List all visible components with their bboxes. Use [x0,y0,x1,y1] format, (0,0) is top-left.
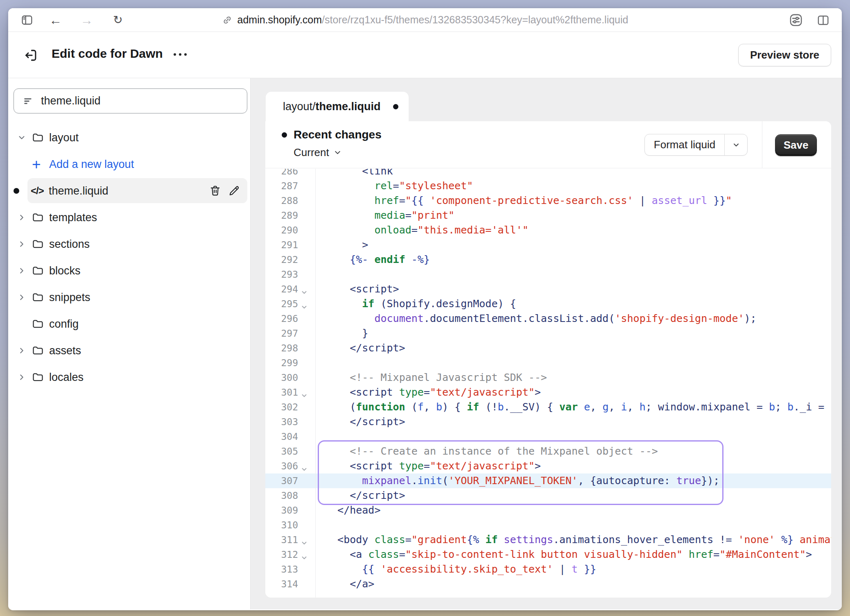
chevron-right-icon[interactable] [17,346,26,355]
address-bar[interactable]: admin.shopify.com/store/rzq1xu-f5/themes… [222,14,628,26]
fold-spacer [301,197,313,205]
code-line[interactable]: 302 (function (f, b) { if (!b.__SV) { va… [265,400,831,414]
code-line[interactable]: 312 <a class="skip-to-content-link butto… [265,547,831,562]
split-view-icon[interactable] [814,8,832,32]
code-line[interactable]: 295 if (Shopify.designMode) { [265,297,831,311]
code-line[interactable]: 310 [265,518,831,532]
file-search-input[interactable]: theme.liquid [14,88,247,113]
code-text: </script> [325,341,831,356]
line-number: 313 [265,562,298,577]
code-text: media="print" [325,208,831,223]
code-line[interactable]: 307 mixpanel.init('YOUR_MIXPANEL_TOKEN',… [265,473,831,488]
code-line[interactable]: 297 } [265,326,831,341]
code-line[interactable]: 311 <body class="gradient{% if settings.… [265,532,831,547]
fold-toggle-icon[interactable] [301,285,313,294]
fold-toggle-icon[interactable] [301,300,313,308]
sidebar-folder-blocks[interactable]: blocks [8,257,250,284]
preview-store-button[interactable]: Preview store [738,44,831,66]
tab-theme-liquid[interactable]: layout/theme.liquid [266,92,409,122]
sidebar-folder-templates[interactable]: templates [8,204,250,231]
rename-file-icon[interactable] [228,184,240,197]
code-line[interactable]: 287 rel="stylesheet" [265,179,831,193]
reload-button-icon[interactable]: ↻ [109,8,127,32]
line-number: 298 [265,341,298,356]
code-line[interactable]: 301 <script type="text/javascript"> [265,385,831,400]
folder-label: snippets [49,291,90,303]
exit-editor-icon[interactable] [23,48,38,63]
sidebar-folder-snippets[interactable]: snippets [8,284,250,310]
code-line[interactable]: 288 href="{{ 'component-predictive-searc… [265,193,831,208]
line-number: 312 [265,547,298,562]
chevron-right-icon[interactable] [17,373,26,382]
code-text: mixpanel.init('YOUR_MIXPANEL_TOKEN', {au… [325,473,831,488]
code-line[interactable]: 303 </script> [265,414,831,429]
code-text: {%- endif -%} [325,252,831,267]
code-line[interactable]: 313 {{ 'accessibility.skip_to_text' | t … [265,562,831,577]
file-tree: layout+Add a new layout</>theme.liquidte… [8,124,250,390]
code-line[interactable]: 296 document.documentElement.classList.a… [265,311,831,326]
sidebar-folder-layout[interactable]: layout [8,124,250,151]
format-liquid-button[interactable]: Format liquid [644,134,748,156]
folder-icon [32,211,44,224]
code-text: if (Shopify.designMode) { [325,297,831,311]
code-text: onload="this.media='all'" [325,223,831,238]
format-liquid-dropdown[interactable] [724,134,747,155]
folder-label: config [49,317,79,330]
sidebar-folder-locales[interactable]: locales [8,364,250,390]
fold-toggle-icon[interactable] [301,389,313,397]
version-selector[interactable]: Current [294,146,382,159]
code-line[interactable]: 299 [265,356,831,370]
fold-spacer [301,521,313,530]
code-line[interactable]: 298 </script> [265,341,831,356]
code-line[interactable]: 308 </script> [265,488,831,503]
fold-spacer [301,256,313,264]
chevron-right-icon[interactable] [17,266,26,275]
fold-spacer [301,315,313,323]
browser-sidebar-toggle-icon[interactable] [18,8,36,32]
fold-spacer [301,344,313,353]
page-settings-icon[interactable] [786,8,806,32]
selected-file-row[interactable]: </>theme.liquid [27,178,247,203]
browser-toolbar: ← → ↻ admin.shopify.com/store/rzq1xu-f5/… [8,8,842,32]
code-line[interactable]: 291 > [265,238,831,252]
code-text: document.documentElement.classList.add('… [325,311,831,326]
code-line[interactable]: 293 [265,267,831,282]
code-line[interactable]: 290 onload="this.media='all'" [265,223,831,238]
back-button-icon[interactable]: ← [47,8,65,32]
code-text: rel="stylesheet" [325,179,831,193]
fold-toggle-icon[interactable] [301,551,313,559]
fold-spacer [301,477,313,485]
plus-icon: + [32,156,41,172]
code-line[interactable]: 305 <!-- Create an instance of the Mixpa… [265,444,831,459]
sidebar-folder-config[interactable]: config [8,310,250,337]
chevron-right-icon[interactable] [17,213,26,222]
folder-icon [32,291,44,303]
code-line[interactable]: 304 [265,429,831,444]
code-line[interactable]: 294 <script> [265,282,831,297]
code-line[interactable]: 314 </a> [265,577,831,591]
code-line[interactable]: 289 media="print" [265,208,831,223]
fold-spacer [301,241,313,249]
chevron-right-icon[interactable] [17,293,26,302]
code-line[interactable]: 300 <!-- Mixpanel Javascript SDK --> [265,370,831,385]
code-text: </a> [325,577,831,591]
save-button[interactable]: Save [775,134,817,156]
chevron-down-icon[interactable] [17,133,26,142]
add-new-layout-button[interactable]: +Add a new layout [8,151,250,177]
code-line[interactable]: 306 <script type="text/javascript"> [265,459,831,473]
line-number: 292 [265,252,298,267]
fold-toggle-icon[interactable] [301,536,313,544]
file-browser-sidebar: theme.liquid layout+Add a new layout</>t… [8,78,251,609]
delete-file-icon[interactable] [209,184,222,197]
sidebar-folder-assets[interactable]: assets [8,337,250,364]
code-line[interactable]: 292 {%- endif -%} [265,252,831,267]
line-number: 288 [265,193,298,208]
code-line[interactable]: 286 <link [265,169,831,179]
code-line[interactable]: 309 </head> [265,503,831,518]
forward-button-icon[interactable]: → [78,8,96,32]
more-options-icon[interactable] [174,53,187,56]
sidebar-folder-sections[interactable]: sections [8,231,250,257]
fold-toggle-icon[interactable] [301,462,313,471]
code-area[interactable]: 286 <link287 rel="stylesheet"288 href="{… [265,169,831,598]
chevron-right-icon[interactable] [17,240,26,249]
